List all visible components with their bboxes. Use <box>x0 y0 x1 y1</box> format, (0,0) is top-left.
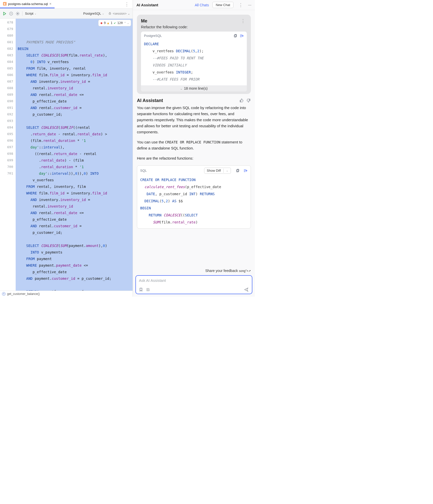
status-function-name: get_customer_balance() <box>7 292 40 296</box>
gear-icon[interactable] <box>16 11 20 16</box>
ai-paragraph-2: You can use the CREATE OR REPLACE FUNCTI… <box>137 139 251 151</box>
run-icon[interactable] <box>3 11 7 16</box>
new-chat-button[interactable]: New Chat <box>212 2 233 8</box>
check-icon: ✔︎ <box>114 20 116 26</box>
thumbs-up-icon[interactable] <box>239 98 244 103</box>
close-icon[interactable]: × <box>50 2 52 6</box>
chevron-down-icon: ⌄ <box>34 12 36 15</box>
all-chats-link[interactable]: All Chats <box>195 3 209 7</box>
bookmark-icon[interactable] <box>139 287 143 292</box>
ai-paragraph-3: Here are the refactored functions: <box>137 155 251 161</box>
chevron-up-icon[interactable]: ⌃ <box>124 20 126 26</box>
ai-code-snippet: CREATE OR REPLACE FUNCTION calculate_ren… <box>137 176 251 228</box>
user-message: Me ⋮ Refactor the following code: Postgr… <box>137 15 251 94</box>
minimize-icon[interactable]: — <box>248 3 251 7</box>
warning-icon: ▲ <box>107 20 109 26</box>
routine-icon: R <box>2 292 6 296</box>
ai-label: AI Assistant <box>137 98 163 103</box>
tab-filename: postgres-sakila-schema.sql <box>8 2 48 6</box>
database-icon: ◧ <box>3 2 7 6</box>
message-kebab-icon[interactable]: ⋮ <box>239 18 247 24</box>
chevron-down-icon: ⌄ <box>180 87 182 90</box>
script-dropdown[interactable]: Script ⌄ <box>25 12 36 15</box>
copy-icon[interactable] <box>233 34 237 38</box>
chevron-down-icon: ⌄ <box>226 169 228 172</box>
error-icon: ● <box>101 20 102 26</box>
chevron-down-icon[interactable]: ⌄ <box>127 20 129 26</box>
session-dropdown[interactable]: <session> ⌄ <box>108 12 130 15</box>
tab-kebab-icon[interactable]: ⋮ <box>123 2 131 7</box>
svg-point-1 <box>17 13 18 14</box>
chat-kebab-icon[interactable]: ⋮ <box>237 2 245 8</box>
send-icon[interactable] <box>244 287 249 292</box>
copy-icon[interactable] <box>235 168 239 173</box>
chat-title: AI Assistant <box>136 3 158 7</box>
insert-icon[interactable] <box>244 168 248 173</box>
share-feedback-link[interactable]: Share your feedbacksong">↗ <box>133 268 255 275</box>
line-gutter: 6786796806816826836846856866876886896906… <box>0 19 16 291</box>
expand-code[interactable]: ⌄18 more line(s) <box>141 85 247 91</box>
chevron-down-icon: ⌄ <box>128 12 130 15</box>
thumbs-down-icon[interactable] <box>246 98 251 103</box>
file-tab[interactable]: ◧ postgres-sakila-schema.sql × <box>0 0 55 8</box>
user-prompt: Refactor the following code: <box>141 25 247 29</box>
show-diff-button[interactable]: Show Diff ⌄ <box>204 168 231 174</box>
ai-paragraph-1: You can improve the given SQL code by re… <box>137 105 251 135</box>
result-lang-label: SQL <box>140 169 147 172</box>
external-link-icon: song">↗ <box>239 269 251 273</box>
save-icon[interactable] <box>146 287 150 292</box>
inspection-badge[interactable]: ●9 ▲1 ✔︎120 ⌃ ⌄ <box>98 20 131 26</box>
user-code-snippet: DECLARE v_rentfees DECIMAL(5,2); --#FEES… <box>141 40 247 85</box>
code-lang-label: PostgreSQL <box>144 34 162 38</box>
insert-icon[interactable] <box>240 34 244 38</box>
code-editor[interactable]: ●9 ▲1 ✔︎120 ⌃ ⌄ PAYMENTS MADE PREVIOUS"B… <box>16 19 133 291</box>
run-profile-icon[interactable] <box>9 11 13 16</box>
chevron-down-icon: ⌄ <box>102 12 104 15</box>
dialect-dropdown[interactable]: PostgreSQL ⌄ <box>83 12 104 15</box>
chat-input-placeholder: Ask AI Assistant <box>139 278 249 287</box>
user-label: Me <box>141 18 147 24</box>
chat-input[interactable]: Ask AI Assistant <box>135 275 252 294</box>
